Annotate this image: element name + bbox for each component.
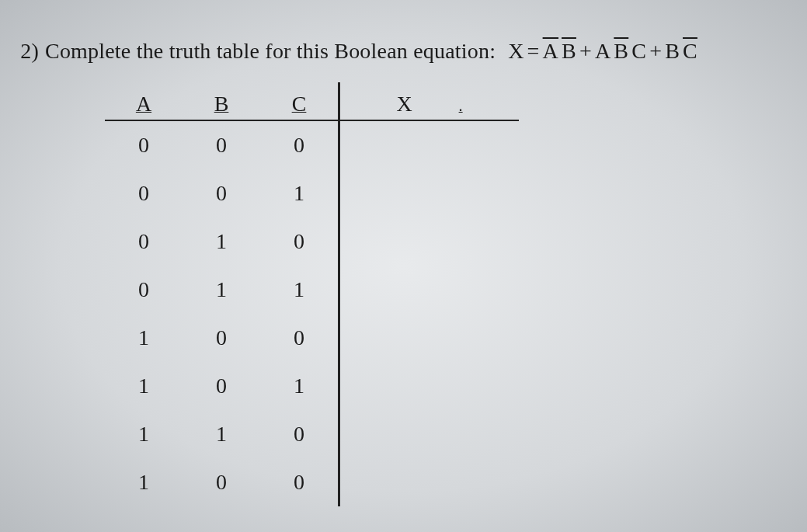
header-x-dot: . <box>412 97 463 114</box>
cell-c: 1 <box>260 362 339 410</box>
boolean-formula: X = AB + ABC + BC <box>508 39 697 64</box>
header-c: C <box>260 82 339 120</box>
cell-c: 0 <box>260 314 339 362</box>
header-a: A <box>105 82 183 120</box>
formula-plus-2: + <box>649 39 662 64</box>
table-body: 000001010011100101110100 <box>105 120 519 506</box>
table-row: 000 <box>105 120 519 169</box>
cell-x <box>339 169 520 217</box>
cell-b: 0 <box>183 458 260 506</box>
worksheet-page: 2) Complete the truth table for this Boo… <box>0 0 807 532</box>
cell-x <box>339 314 520 362</box>
table-row: 100 <box>105 458 519 506</box>
cell-a: 0 <box>105 266 183 314</box>
cell-a: 0 <box>105 169 183 217</box>
table-row: 100 <box>105 314 519 362</box>
cell-c: 1 <box>260 169 339 217</box>
header-x-label: X <box>396 92 412 116</box>
table-row: 011 <box>105 266 519 314</box>
cell-x <box>339 410 520 458</box>
table-header-row: A B C X. <box>105 82 519 120</box>
cell-b: 0 <box>183 169 260 217</box>
cell-c: 1 <box>260 266 339 314</box>
cell-a: 1 <box>105 362 183 410</box>
cell-b: 0 <box>183 314 260 362</box>
cell-x <box>339 266 520 314</box>
truth-table: A B C X. 000001010011100101110100 <box>105 82 519 506</box>
question-line: 2) Complete the truth table for this Boo… <box>0 39 807 64</box>
header-b: B <box>183 82 260 120</box>
cell-b: 0 <box>183 120 260 169</box>
table-row: 110 <box>105 410 519 458</box>
formula-term-2: ABC <box>595 39 646 64</box>
question-prompt: Complete the truth table for this Boolea… <box>45 39 496 64</box>
cell-x <box>339 120 520 169</box>
formula-eq: = <box>527 39 540 64</box>
cell-b: 1 <box>183 266 260 314</box>
header-x: X. <box>339 82 520 120</box>
cell-a: 0 <box>105 120 183 169</box>
cell-c: 0 <box>260 458 339 506</box>
cell-a: 1 <box>105 410 183 458</box>
table-row: 001 <box>105 169 519 217</box>
cell-c: 0 <box>260 120 339 169</box>
cell-b: 1 <box>183 410 260 458</box>
cell-a: 1 <box>105 314 183 362</box>
cell-c: 0 <box>260 410 339 458</box>
formula-term-1: AB <box>543 39 576 64</box>
table-row: 101 <box>105 362 519 410</box>
cell-x <box>339 458 520 506</box>
cell-x <box>339 362 520 410</box>
cell-x <box>339 217 520 266</box>
formula-lhs: X <box>508 39 524 64</box>
truth-table-container: A B C X. 000001010011100101110100 <box>105 82 807 506</box>
cell-b: 1 <box>183 217 260 266</box>
cell-b: 0 <box>183 362 260 410</box>
question-number: 2) <box>0 39 39 64</box>
formula-term-3: BC <box>665 39 697 64</box>
formula-plus-1: + <box>579 39 592 64</box>
cell-c: 0 <box>260 217 339 266</box>
cell-a: 1 <box>105 458 183 506</box>
cell-a: 0 <box>105 217 183 266</box>
table-row: 010 <box>105 217 519 266</box>
